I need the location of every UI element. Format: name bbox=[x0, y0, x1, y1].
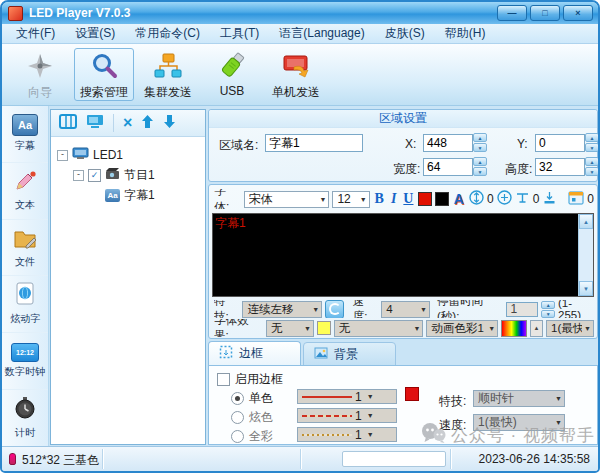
toolbar-usb-button[interactable]: USB bbox=[202, 48, 262, 101]
menu-item-settings[interactable]: 设置(S) bbox=[65, 24, 125, 43]
border-effect-dropdown[interactable]: 顺时针 ▼ bbox=[473, 390, 565, 407]
scroll-up-icon[interactable]: ▲ bbox=[579, 214, 593, 229]
dazzle-line-style-dropdown[interactable]: 1 ▼ bbox=[297, 408, 397, 423]
led-preview-area[interactable]: 字幕1 ▲ ▼ bbox=[212, 213, 594, 297]
anim-speed-value: 1(最快 bbox=[551, 321, 582, 336]
menu-item-help[interactable]: 帮助(H) bbox=[435, 24, 496, 43]
sidebar-item-subtitle[interactable]: Aa 字幕 bbox=[2, 106, 48, 163]
menu-item-skin[interactable]: 皮肤(S) bbox=[375, 24, 435, 43]
effect-color-swatch[interactable] bbox=[317, 321, 331, 335]
tab-background[interactable]: 背景 bbox=[303, 342, 396, 366]
spin-up-icon[interactable]: ▲ bbox=[541, 301, 555, 309]
tree-node-subtitle1[interactable]: Aa 字幕1 bbox=[53, 185, 203, 205]
collapse-icon[interactable]: - bbox=[73, 170, 84, 181]
effect-label: 特技: bbox=[214, 300, 239, 318]
dazzle-color-radio[interactable] bbox=[231, 411, 244, 424]
sidebar-item-flash-text[interactable]: 炫动字 bbox=[2, 276, 48, 333]
single-line-style-dropdown[interactable]: 1 ▼ bbox=[297, 389, 397, 404]
height-spinner[interactable]: ▲▼ bbox=[585, 157, 599, 176]
dazzle-color-radio-row[interactable]: 炫色 bbox=[231, 409, 273, 426]
toolbar-cluster-send-button[interactable]: 集群发送 bbox=[138, 48, 198, 101]
maximize-button[interactable]: □ bbox=[530, 5, 560, 21]
font-family-dropdown[interactable]: 宋体 ▼ bbox=[244, 191, 330, 208]
full-color-radio-row[interactable]: 全彩 bbox=[231, 428, 273, 445]
close-button[interactable]: × bbox=[563, 5, 593, 21]
program-checkbox[interactable]: ✓ bbox=[88, 169, 101, 182]
italic-button[interactable]: I bbox=[389, 191, 398, 207]
background-color-swatch[interactable] bbox=[435, 192, 449, 206]
region-settings-group: 区域设置 区域名: X: ▲▼ Y: ▲▼ 宽度: ▲▼ 高度: ▲▼ bbox=[208, 109, 598, 182]
border-color-swatch[interactable] bbox=[405, 387, 419, 401]
tree-node-program1-label: 节目1 bbox=[124, 167, 155, 184]
font-effect2-dropdown[interactable]: 无 ▼ bbox=[334, 320, 424, 337]
font-effect2-value: 无 bbox=[339, 321, 412, 336]
move-up-icon[interactable] bbox=[141, 114, 154, 132]
preview-scrollbar[interactable]: ▲ ▼ bbox=[578, 214, 593, 296]
delete-icon[interactable]: × bbox=[123, 115, 132, 131]
full-line-style-dropdown[interactable]: 1 ▼ bbox=[297, 427, 397, 442]
full-color-radio[interactable] bbox=[231, 430, 244, 443]
x-input[interactable] bbox=[423, 134, 473, 152]
toolbar-wizard-button[interactable]: 向导 bbox=[10, 48, 70, 101]
region-name-input[interactable] bbox=[265, 134, 363, 152]
tree-node-program1[interactable]: - ✓ 节目1 bbox=[53, 165, 203, 185]
y-input[interactable] bbox=[535, 134, 585, 152]
font-color-a-button[interactable]: A bbox=[452, 191, 466, 207]
row-spacing-icon[interactable] bbox=[497, 190, 512, 208]
char-spacing-icon[interactable] bbox=[515, 190, 530, 208]
sidebar-item-digital-clock[interactable]: 12:12 数字时钟 bbox=[2, 333, 48, 390]
bold-button[interactable]: B bbox=[373, 191, 386, 207]
effect-dropdown[interactable]: 连续左移 ▼ bbox=[242, 301, 322, 318]
add-program-film-icon[interactable] bbox=[59, 114, 77, 132]
sidebar-item-timer[interactable]: 计时 bbox=[2, 390, 48, 447]
underline-button[interactable]: U bbox=[401, 191, 415, 207]
width-input[interactable] bbox=[423, 158, 473, 176]
tree-node-led1[interactable]: - LED1 bbox=[53, 145, 203, 165]
enable-border-checkbox[interactable] bbox=[217, 373, 230, 386]
sidebar-item-file[interactable]: 文件 bbox=[2, 220, 48, 277]
tab-border[interactable]: 边框 bbox=[208, 341, 301, 366]
menu-item-tools[interactable]: 工具(T) bbox=[210, 24, 269, 43]
toolbar-search-manage-button[interactable]: 搜索管理 bbox=[74, 48, 134, 101]
toolbar-single-send-button[interactable]: 单机发送 bbox=[266, 48, 326, 101]
height-input[interactable] bbox=[535, 158, 585, 176]
add-screen-icon[interactable] bbox=[86, 114, 104, 132]
spin-down-icon[interactable]: ▼ bbox=[585, 143, 599, 152]
spin-up-icon[interactable]: ▲ bbox=[473, 133, 487, 142]
spin-up-icon[interactable]: ▲ bbox=[585, 133, 599, 142]
x-spinner[interactable]: ▲▼ bbox=[473, 133, 487, 152]
font-size-dropdown[interactable]: 12 ▼ bbox=[332, 191, 369, 208]
color-picker-up-icon[interactable]: ▲ bbox=[530, 320, 543, 337]
spin-down-icon[interactable]: ▼ bbox=[541, 310, 555, 318]
stay-time-input[interactable] bbox=[506, 302, 538, 317]
spin-up-icon[interactable]: ▲ bbox=[473, 157, 487, 166]
spin-down-icon[interactable]: ▼ bbox=[473, 143, 487, 152]
single-color-radio-row[interactable]: 单色 bbox=[231, 390, 273, 407]
anim-color-dropdown[interactable]: 动画色彩1 ▼ bbox=[426, 320, 498, 337]
font-color-swatch[interactable] bbox=[418, 192, 432, 206]
stay-time-spinner[interactable]: ▲▼ bbox=[541, 301, 555, 317]
speed-dropdown[interactable]: 4 ▼ bbox=[381, 301, 430, 318]
enable-border-row[interactable]: 启用边框 bbox=[217, 371, 283, 388]
move-down-icon[interactable] bbox=[163, 114, 176, 132]
font-effect1-dropdown[interactable]: 无 ▼ bbox=[266, 320, 314, 337]
single-color-radio[interactable] bbox=[231, 392, 244, 405]
menu-item-language[interactable]: 语言(Language) bbox=[269, 24, 374, 43]
align-bottom-icon[interactable] bbox=[542, 190, 557, 208]
rainbow-color-swatch[interactable] bbox=[501, 320, 527, 337]
menu-item-file[interactable]: 文件(F) bbox=[6, 24, 65, 43]
spin-down-icon[interactable]: ▼ bbox=[585, 167, 599, 176]
sidebar-item-text[interactable]: 文本 bbox=[2, 163, 48, 220]
spin-down-icon[interactable]: ▼ bbox=[473, 167, 487, 176]
refresh-effect-icon[interactable] bbox=[325, 300, 344, 318]
schedule-calendar-icon[interactable] bbox=[568, 190, 584, 208]
scroll-down-icon[interactable]: ▼ bbox=[579, 281, 593, 296]
y-spinner[interactable]: ▲▼ bbox=[585, 133, 599, 152]
anim-speed-dropdown[interactable]: 1(最快 ▼ bbox=[546, 320, 594, 337]
spin-up-icon[interactable]: ▲ bbox=[585, 157, 599, 166]
menu-item-commands[interactable]: 常用命令(C) bbox=[125, 24, 210, 43]
width-spinner[interactable]: ▲▼ bbox=[473, 157, 487, 176]
minimize-button[interactable]: — bbox=[497, 5, 527, 21]
line-spacing-icon[interactable] bbox=[469, 190, 484, 208]
collapse-icon[interactable]: - bbox=[57, 150, 68, 161]
